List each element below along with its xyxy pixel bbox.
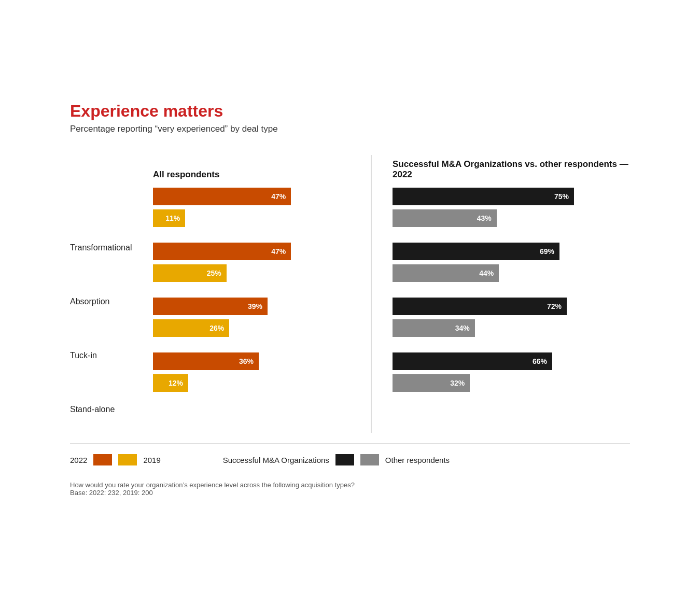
bar-transformational-yellow: 11% bbox=[153, 209, 350, 228]
chart-title: Experience matters bbox=[70, 102, 630, 121]
footnote-line2: Base: 2022: 232, 2019: 200 bbox=[70, 489, 630, 497]
group-absorption-right: 69% 44% bbox=[393, 242, 630, 283]
bar-transformational-orange: 47% bbox=[153, 187, 350, 206]
chart-subtitle: Percentage reporting “very experienced” … bbox=[70, 124, 630, 134]
bar-standalone-orange: 36% bbox=[153, 352, 350, 371]
bar-transformational-gray: 43% bbox=[393, 209, 630, 228]
legend-box-orange bbox=[93, 454, 112, 465]
bar-absorption-orange: 47% bbox=[153, 242, 350, 261]
group-standalone-right: 66% 32% bbox=[393, 352, 630, 392]
label-absorption: Absorption bbox=[70, 278, 153, 325]
labels-column: Transformational Absorption Tuck-in Stan… bbox=[70, 155, 153, 433]
left-bars-section: All respondents 47% 11% bbox=[153, 155, 350, 400]
bar-tuckin-yellow: 26% bbox=[153, 319, 350, 337]
legend-successful-label: Successful M&A Organizations bbox=[223, 456, 329, 464]
bar-absorption-yellow: 25% bbox=[153, 264, 350, 283]
group-tuckin-left: 39% 26% bbox=[153, 297, 350, 337]
main-chart: Transformational Absorption Tuck-in Stan… bbox=[70, 155, 630, 433]
label-transformational: Transformational bbox=[70, 224, 153, 271]
bar-tuckin-orange: 39% bbox=[153, 297, 350, 316]
legend-other-label: Other respondents bbox=[385, 456, 450, 464]
section-divider bbox=[371, 155, 372, 433]
legend-box-dark bbox=[335, 454, 354, 465]
bar-standalone-dark: 66% bbox=[393, 352, 630, 371]
bar-tuckin-gray: 34% bbox=[393, 319, 630, 337]
bar-standalone-gray: 32% bbox=[393, 374, 630, 392]
footnote: How would you rate your organization’s e… bbox=[70, 481, 630, 497]
bar-tuckin-dark: 72% bbox=[393, 297, 630, 316]
label-standalone: Stand-alone bbox=[70, 386, 153, 433]
bar-standalone-yellow: 12% bbox=[153, 374, 350, 392]
legend-2022-label: 2022 bbox=[70, 456, 87, 464]
group-standalone-left: 36% 12% bbox=[153, 352, 350, 392]
legend-left: 2022 2019 bbox=[70, 454, 161, 465]
bar-absorption-dark: 69% bbox=[393, 242, 630, 261]
group-tuckin-right: 72% 34% bbox=[393, 297, 630, 337]
left-section-title: All respondents bbox=[153, 155, 350, 180]
group-transformational-left: 47% 11% bbox=[153, 187, 350, 228]
group-absorption-left: 47% 25% bbox=[153, 242, 350, 283]
group-transformational-right: 75% 43% bbox=[393, 187, 630, 228]
bar-transformational-dark: 75% bbox=[393, 187, 630, 206]
legend-right: Successful M&A Organizations Other respo… bbox=[223, 454, 450, 465]
right-bars-section: Successful M&A Organizations vs. other r… bbox=[393, 155, 630, 400]
bar-absorption-gray: 44% bbox=[393, 264, 630, 283]
legend-box-gray bbox=[360, 454, 379, 465]
chart-card: Experience matters Percentage reporting … bbox=[39, 76, 661, 517]
legend-area: 2022 2019 Successful M&A Organizations O… bbox=[70, 443, 630, 465]
label-tuckin: Tuck-in bbox=[70, 332, 153, 379]
legend-2019-label: 2019 bbox=[143, 456, 160, 464]
right-section-title: Successful M&A Organizations vs. other r… bbox=[393, 155, 630, 180]
footnote-line1: How would you rate your organization’s e… bbox=[70, 481, 630, 489]
legend-box-yellow bbox=[118, 454, 137, 465]
